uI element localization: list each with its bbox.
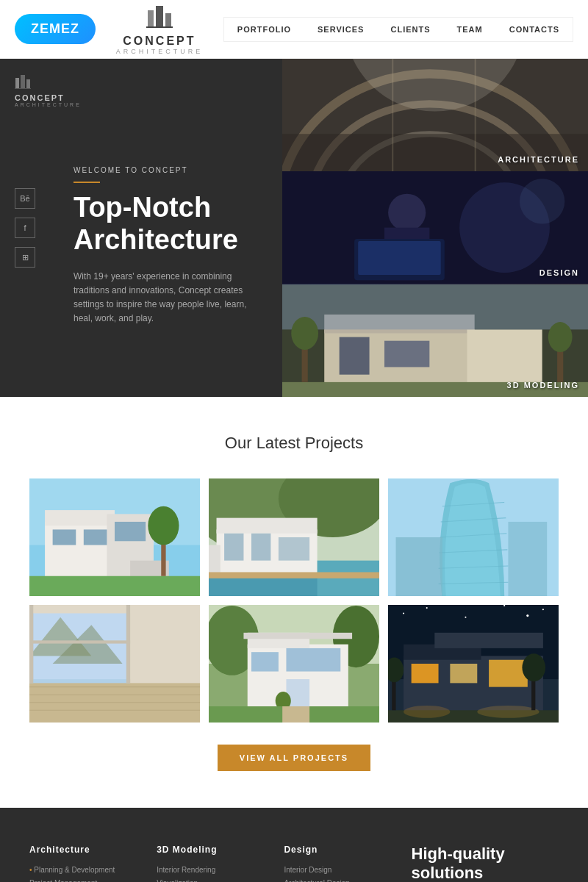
svg-rect-109 [434,633,543,648]
project-item[interactable] [209,478,379,596]
nav-portfolio[interactable]: PORTFOLIO [224,18,304,41]
hero-image-3d: 3D MODELING [282,284,588,397]
svg-rect-111 [450,664,477,683]
footer-list-item: Visualization [157,877,262,882]
nav-services[interactable]: SERVICES [304,18,377,41]
svg-rect-6 [26,79,30,89]
hero-images: ARCHITECTURE DESIGN [282,59,588,397]
svg-rect-5 [21,75,25,89]
svg-rect-98 [282,706,309,723]
svg-rect-31 [282,284,588,329]
nav-team[interactable]: TEAM [444,18,496,41]
hero-design-label: DESIGN [539,268,579,277]
project-item[interactable] [29,478,200,596]
brand-subtitle: ARCHITECTURE [116,48,204,55]
svg-rect-2 [165,13,171,28]
svg-rect-54 [224,534,243,561]
nav-contacts[interactable]: CONTACTS [496,18,573,41]
hero-arch-label: ARCHITECTURE [498,155,579,164]
social-behance[interactable]: Bē [15,188,35,209]
svg-point-117 [522,653,545,681]
project-item[interactable] [29,605,200,723]
project-item[interactable] [388,605,559,723]
svg-rect-42 [84,529,107,545]
svg-rect-68 [508,522,547,596]
project-item[interactable] [388,478,559,596]
projects-title: Our Latest Projects [29,434,559,453]
social-facebook[interactable]: f [15,218,35,238]
svg-rect-84 [29,640,130,643]
footer-col-3dmodeling: 3D Modeling Interior Rendering Visualiza… [157,845,262,882]
svg-point-47 [148,506,179,545]
svg-rect-118 [392,679,395,710]
footer: Architecture Planning & Development Proj… [0,808,588,882]
svg-rect-3 [146,26,173,28]
brand-center: CONCEPT ARCHITECTURE [116,3,204,55]
side-logo-icon [15,74,31,93]
projects-grid [29,478,559,723]
svg-rect-39 [45,510,115,526]
svg-point-101 [403,612,404,614]
view-all-button[interactable]: VIEW ALL PROJECTS [218,745,370,771]
svg-rect-12 [282,134,588,171]
zemez-logo[interactable]: ZEMEZ [15,14,96,44]
footer-highlight-title: High-quality solutions [412,845,559,882]
svg-rect-82 [29,605,33,683]
nav-clients[interactable]: CLIENTS [377,18,443,41]
side-logo-text: CONCEPT [15,93,65,102]
hero-3d-label: 3D MODELING [507,381,579,390]
svg-rect-0 [148,10,154,28]
svg-rect-83 [126,605,130,683]
svg-rect-59 [209,572,379,578]
svg-rect-71 [29,679,200,723]
svg-rect-32 [302,344,308,381]
footer-list-item: Project Management [29,877,135,882]
projects-section: Our Latest Projects [0,397,588,808]
svg-rect-4 [15,78,19,89]
brand-icon [146,3,173,33]
svg-point-103 [465,617,466,618]
footer-list-item: Interior Rendering [157,864,262,877]
svg-rect-110 [412,664,439,683]
brand-title: CONCEPT [123,35,196,48]
social-links: Bē f ⊞ [15,188,35,268]
footer-col-design: Design Interior Design Architectural Des… [284,845,389,882]
svg-rect-93 [286,648,340,672]
svg-rect-27 [340,337,370,374]
hero-description: With 19+ years' experience in combining … [74,270,260,326]
footer-col-architecture: Architecture Planning & Development Proj… [29,845,135,882]
svg-rect-23 [282,171,588,284]
main-nav: PORTFOLIO SERVICES CLIENTS TEAM CONTACTS [223,17,573,42]
side-logo: CONCEPT ARCHITECTURE [15,74,82,107]
svg-point-102 [426,607,428,609]
svg-rect-28 [384,340,429,367]
svg-rect-69 [396,537,442,596]
svg-rect-43 [115,522,146,541]
svg-rect-41 [53,529,76,545]
project-item[interactable] [209,605,379,723]
svg-rect-45 [29,576,200,596]
footer-list-item: Planning & Development [29,864,135,877]
welcome-text: WELCOME TO CONCEPT [74,166,260,174]
social-instagram[interactable]: ⊞ [15,247,35,268]
svg-point-114 [404,706,450,718]
svg-rect-92 [251,652,279,671]
footer-list-item: Interior Design [284,864,389,877]
svg-rect-94 [243,633,352,639]
svg-rect-55 [251,534,270,561]
hero-left: CONCEPT ARCHITECTURE Bē f ⊞ WELCOME TO C… [0,59,282,397]
hero-image-architecture: ARCHITECTURE [282,59,588,171]
footer-arch-title: Architecture [29,845,135,855]
svg-rect-34 [557,348,563,382]
footer-highlight: High-quality solutions We are committed … [412,845,559,882]
svg-point-106 [542,609,544,610]
side-logo-sub: ARCHITECTURE [15,102,82,107]
svg-point-115 [477,706,539,718]
top-bar: ZEMEZ CONCEPT ARCHITECTURE PORTFOLIO SER… [0,0,588,59]
hero-divider [74,182,100,183]
footer-design-title: Design [284,845,389,855]
svg-rect-52 [217,518,318,534]
svg-rect-81 [130,605,200,683]
svg-rect-7 [15,88,31,89]
hero-image-design: DESIGN [282,171,588,284]
